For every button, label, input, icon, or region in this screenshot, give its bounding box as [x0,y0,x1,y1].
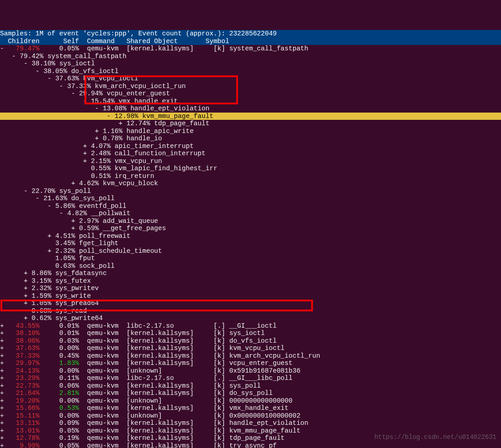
tree-row[interactable]: + 8.86% sys_fdatasync [0,270,501,277]
symbol: [k] tdp_page_fault [213,434,285,442]
tree-row[interactable]: 0.68% sys_read [0,307,501,315]
flat-row[interactable]: + 37.63% 0.00% qemu-kvm [kernel.kallsyms… [0,345,501,352]
flat-row[interactable]: + 19.20% 0.00% qemu-kvm [unknown] [k] 00… [0,397,501,405]
flat-row[interactable]: + 13.11% 0.09% qemu-kvm [kernel.kallsyms… [0,419,501,427]
command: qemu-kvm [87,367,126,374]
tree-row[interactable]: 0.63% sock_poll [0,262,501,270]
expand-toggle[interactable]: + [0,434,4,442]
expand-toggle[interactable]: + [0,322,4,330]
expand-toggle[interactable]: + [0,412,4,419]
tree-row[interactable]: - 37.33% kvm_arch_vcpu_ioctl_run [0,83,501,90]
expand-toggle[interactable]: + [0,389,4,397]
flat-row[interactable]: + 15.66% 0.53% qemu-kvm [kernel.kallsyms… [0,404,501,412]
self-pct: 0.45% [40,352,79,359]
self-pct: 0.05% [40,45,79,52]
flat-row[interactable]: + 38.06% 0.03% qemu-kvm [kernel.kallsyms… [0,337,501,345]
tree-row[interactable]: + 0.59% __get_free_pages [0,225,501,232]
expand-toggle[interactable]: + [0,367,4,374]
flat-row[interactable]: + 29.97% 1.83% qemu-kvm [kernel.kallsyms… [0,359,501,367]
shared-object: [kernel.kallsyms] [126,352,205,359]
tree-row[interactable]: + 2.32% sys_pwritev [0,285,501,292]
expand-toggle[interactable]: + [0,352,4,359]
expand-toggle[interactable]: + [0,419,4,427]
tree-row[interactable]: 3.45% fget_light [0,240,501,247]
children-pct: 23.29% [8,374,40,382]
tree-row[interactable]: - 12.98% kvm_mmu_page_fault [0,113,501,120]
flat-row[interactable]: + 21.64% 2.81% qemu-kvm [kernel.kallsyms… [0,389,501,397]
tree-text: + 3.15% sys_futex [0,277,91,285]
tree-row[interactable]: - 5.86% eventfd_poll [0,202,501,210]
command: qemu-kvm [87,345,126,352]
flat-row[interactable]: + 37.33% 0.45% qemu-kvm [kernel.kallsyms… [0,352,501,360]
tree-row[interactable]: 0.55% kvm_lapic_find_highest_irr [0,165,501,172]
children-pct: 15.11% [8,412,40,419]
tree-row[interactable]: - 38.10% sys_ioctl [0,60,501,68]
shared-object: [kernel.kallsyms] [126,359,205,367]
tree-row[interactable]: - 79.47% 0.05% qemu-kvm [kernel.kallsyms… [0,45,501,53]
expand-toggle[interactable]: + [0,397,4,404]
children-pct: 37.33% [8,352,40,359]
tree-text: 0.51% irq_return [0,172,154,180]
children-pct: 43.55% [8,322,40,330]
tree-row[interactable]: + 12.74% tdp_page_fault [0,120,501,128]
expand-toggle[interactable]: - [0,45,4,52]
tree-row[interactable]: - 38.05% do_vfs_ioctl [0,68,501,75]
expand-toggle[interactable]: + [0,404,4,412]
tree-text: - 22.70% sys_poll [0,187,91,195]
tree-text: 0.55% kvm_lapic_find_highest_irr [0,165,218,172]
tree-row[interactable]: + 1.59% sys_write [0,292,501,300]
flat-row[interactable]: + 22.73% 0.06% qemu-kvm [kernel.kallsyms… [0,382,501,390]
expand-toggle[interactable]: + [0,374,4,382]
tree-row[interactable]: - 29.94% vcpu_enter_guest [0,90,501,98]
expand-toggle[interactable]: + [0,330,4,337]
tree-row[interactable]: + 1.05% sys_pread64 [0,300,501,307]
flat-row[interactable]: + 15.11% 0.00% qemu-kvm [unknown] [k] 0x… [0,412,501,420]
expand-toggle[interactable]: + [0,442,4,448]
flat-row[interactable]: + 43.55% 0.01% qemu-kvm libc-2.17.so [.]… [0,322,501,330]
tree-text: - 38.05% do_vfs_ioctl [0,68,119,75]
tree-row[interactable]: 1.05% fput [0,255,501,262]
tree-row[interactable]: + 2.32% poll_schedule_timeout [0,247,501,255]
expand-toggle[interactable]: + [0,337,4,345]
tree-row[interactable]: + 2.97% add_wait_queue [0,217,501,225]
tree-row[interactable]: + 3.15% sys_futex [0,277,501,285]
tree-text: + 1.16% handle_apic_write [0,128,193,135]
symbol: [k] kvm_mmu_page_fault [213,427,300,434]
tree-row[interactable]: + 4.62% kvm_vcpu_block [0,180,501,187]
tree-text: - 37.63% kvm_vcpu_ioctl [0,75,139,82]
children-pct: 19.20% [8,397,40,404]
expand-toggle[interactable]: + [0,427,4,434]
tree-row[interactable]: - 37.63% kvm_vcpu_ioctl [0,75,501,83]
flat-row[interactable]: + 23.29% 0.11% qemu-kvm libc-2.17.so [.]… [0,374,501,382]
tree-text: + 12.74% tdp_page_fault [0,120,209,127]
tree-row[interactable]: + 2.15% vmx_vcpu_run [0,158,501,165]
tree-row[interactable]: - 21.63% do_sys_poll [0,195,501,202]
tree-row[interactable]: + 2.48% call_function_interrupt [0,150,501,158]
tree-row[interactable]: 0.51% irq_return [0,172,501,180]
self-pct: 0.53% [40,404,79,412]
tree-row[interactable]: + 4.07% apic_timer_interrupt [0,143,501,150]
command: qemu-kvm [87,419,126,427]
shared-object: [kernel.kallsyms] [126,337,205,345]
tree-row[interactable]: - 15.54% vmx_handle_exit [0,98,501,105]
tree-row[interactable]: - 13.08% handle_ept_violation [0,105,501,113]
flat-row[interactable]: + 24.13% 0.00% qemu-kvm [unknown] [k] 0x… [0,367,501,375]
tree-text: + 2.32% poll_schedule_timeout [0,247,162,255]
tree-row[interactable]: + 1.16% handle_apic_write [0,128,501,135]
flat-row[interactable]: + 9.99% 0.05% qemu-kvm [kernel.kallsyms]… [0,442,501,448]
tree-row[interactable]: - 4.82% __pollwait [0,210,501,217]
shared-object: [unknown] [126,367,205,374]
flat-row[interactable]: + 38.10% 0.01% qemu-kvm [kernel.kallsyms… [0,330,501,337]
tree-row[interactable]: - 79.42% system_call_fastpath [0,53,501,60]
tree-row[interactable]: - 22.70% sys_poll [0,187,501,195]
tree-row[interactable]: + 4.51% poll_freewait [0,232,501,240]
tree-row[interactable]: + 0.62% sys_pwrite64 [0,315,501,322]
expand-toggle[interactable]: + [0,345,4,352]
expand-toggle[interactable]: + [0,359,4,367]
shared-object: [kernel.kallsyms] [126,442,205,448]
expand-toggle[interactable]: + [0,382,4,389]
self-pct: 0.01% [40,322,79,330]
tree-row[interactable]: + 0.78% handle_io [0,135,501,143]
command: qemu-kvm [87,397,126,404]
children-pct: 37.63% [8,345,40,352]
